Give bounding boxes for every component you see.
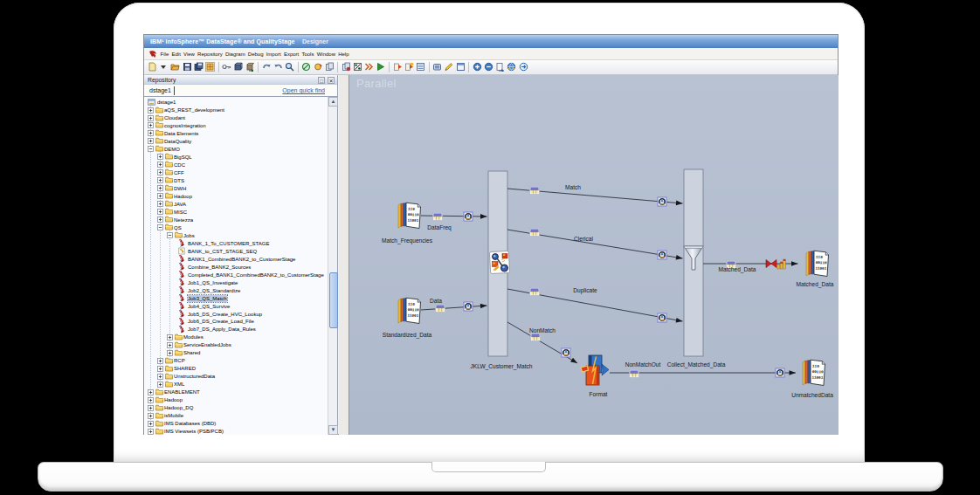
svg-text:Matched_Data: Matched_Data [797, 281, 834, 288]
svg-text:Format: Format [590, 391, 608, 397]
svg-text:11001: 11001 [815, 265, 826, 270]
svg-text:110: 110 [408, 206, 415, 210]
svg-text:Match: Match [565, 184, 581, 190]
svg-text:00110: 00110 [816, 260, 827, 265]
svg-text:Duplicate: Duplicate [573, 287, 597, 294]
svg-text:Standardized_Data: Standardized_Data [383, 332, 432, 339]
svg-text:11001: 11001 [811, 375, 823, 379]
svg-text:Matched_Data: Matched_Data [719, 266, 756, 273]
svg-text:NonMatchOut: NonMatchOut [625, 361, 661, 368]
svg-text:UnmatchedData: UnmatchedData [791, 392, 833, 398]
svg-text:Data: Data [430, 298, 442, 304]
svg-text:110: 110 [408, 301, 415, 306]
svg-text:00110: 00110 [812, 369, 824, 374]
svg-text:110: 110 [816, 254, 823, 258]
svg-text:11001: 11001 [407, 313, 418, 317]
svg-text:Clerical: Clerical [574, 236, 594, 242]
svg-text:00110: 00110 [408, 307, 419, 312]
svg-text:00110: 00110 [408, 212, 419, 217]
svg-text:JKLW_Customer_Match: JKLW_Customer_Match [471, 363, 533, 370]
svg-text:Match_Frequencies: Match_Frequencies [382, 237, 433, 244]
svg-text:NonMatch: NonMatch [529, 327, 556, 333]
svg-text:11001: 11001 [407, 217, 418, 222]
svg-text:110: 110 [812, 363, 819, 368]
svg-text:Collect_Matched_Data: Collect_Matched_Data [667, 361, 726, 368]
svg-text:DataFreq: DataFreq [427, 224, 452, 231]
